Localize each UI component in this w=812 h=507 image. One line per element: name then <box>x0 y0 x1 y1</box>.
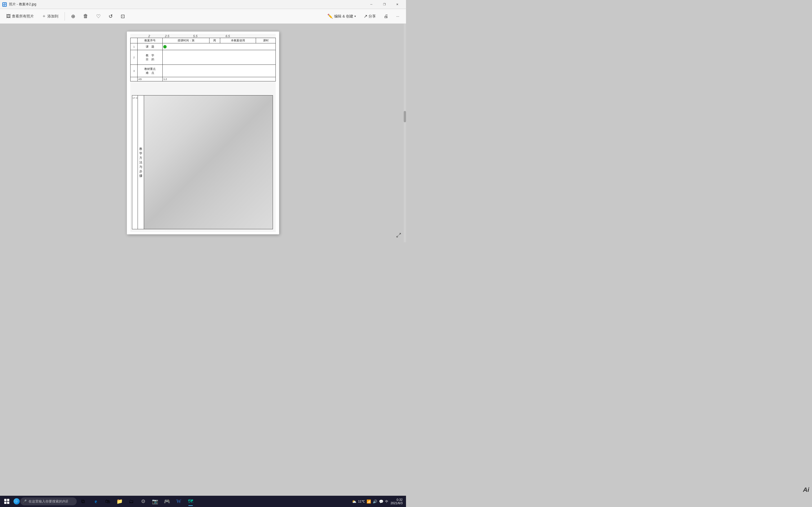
edit-create-label: 编辑 & 创建 <box>334 14 353 19</box>
cursor-dot <box>163 45 167 48</box>
expand-button[interactable] <box>396 232 402 239</box>
photos-icon: 🖼 <box>6 14 11 19</box>
zoom-button[interactable]: ⊕ <box>68 11 78 21</box>
row3-content <box>163 65 276 77</box>
method-vertical-label: 教 学 方 法 与 步 骤 <box>138 96 144 229</box>
row1-num: 1 <box>131 43 138 50</box>
title-bar: 照片 - 教案本2.jpg ─ ❐ ✕ <box>0 0 406 9</box>
add-icon: ＋ <box>42 13 46 19</box>
dropdown-icon: ▾ <box>354 15 356 18</box>
header-teach-time: 授课时间：第 <box>163 38 209 43</box>
row4-as: AS <box>138 77 163 81</box>
annot-2-5: 2.5 <box>165 34 169 38</box>
delete-icon: 🗑 <box>83 13 88 19</box>
row1-content <box>163 43 276 50</box>
share-button[interactable]: ↗ 分享 <box>360 12 379 20</box>
restore-button[interactable]: ❐ <box>378 0 391 9</box>
print-icon: 🖨 <box>384 14 388 19</box>
toolbar-right: ✏️ 编辑 & 创建 ▾ ↗ 分享 🖨 ··· <box>324 12 403 20</box>
char-3: 方 <box>139 156 142 160</box>
char-5: 与 <box>139 165 142 169</box>
annot-5-5: 5.5 <box>193 34 197 38</box>
table-section: 教案序号 授课时间：第 周 本教案使用 课时 1 课 题 <box>130 38 276 81</box>
header-case-num: 教案序号 <box>138 38 163 43</box>
row-indicators: AS 1.2 <box>131 77 276 81</box>
lesson-table: 教案序号 授课时间：第 周 本教案使用 课时 1 课 题 <box>130 38 276 81</box>
view-all-label: 查看所有照片 <box>12 14 34 19</box>
row3-num: 3 <box>131 65 138 77</box>
header-hours: 课时 <box>256 38 276 43</box>
edit-create-button[interactable]: ✏️ 编辑 & 创建 ▾ <box>324 12 359 20</box>
edit-icon: ✏️ <box>327 13 333 19</box>
svg-rect-0 <box>3 3 4 4</box>
share-icon: ↗ <box>364 13 367 19</box>
close-button[interactable]: ✕ <box>391 0 404 9</box>
method-row-num-label: 17.3 <box>133 97 138 100</box>
separator-1 <box>64 12 65 20</box>
zoom-icon: ⊕ <box>71 13 75 19</box>
main-content: 2 2.5 5.5 6.5 <box>0 24 406 242</box>
add-to-button[interactable]: ＋ 添加到 <box>39 11 61 21</box>
char-6: 步 <box>139 169 142 173</box>
print-button[interactable]: 🖨 <box>380 12 392 20</box>
rotate-icon: ↺ <box>109 13 113 19</box>
window-title: 照片 - 教案本2.jpg <box>9 2 36 7</box>
row2-label: 教 学目 的 <box>138 50 163 65</box>
row-objectives: 2 教 学目 的 <box>131 50 276 65</box>
row2-content <box>163 50 276 65</box>
toolbar: 🖼 查看所有照片 ＋ 添加到 ⊕ 🗑 ♡ ↺ ⊡ ✏️ 编辑 & 创建 ▾ ↗ … <box>0 9 406 24</box>
crop-button[interactable]: ⊡ <box>118 11 128 21</box>
row2-num: 2 <box>131 50 138 65</box>
char-7: 骤 <box>139 174 142 178</box>
svg-rect-2 <box>3 5 4 6</box>
rotate-button[interactable]: ↺ <box>106 11 116 21</box>
app-icon <box>2 2 7 7</box>
document-wrapper: 2 2.5 5.5 6.5 <box>127 32 279 234</box>
char-1: 教 <box>139 147 142 151</box>
method-section: 17.3 教 学 方 法 与 步 骤 <box>132 95 273 229</box>
window-controls: ─ ❐ ✕ <box>365 0 404 9</box>
delete-button[interactable]: 🗑 <box>80 11 91 21</box>
annot-6-5: 6.5 <box>225 34 230 38</box>
header-row: 教案序号 授课时间：第 周 本教案使用 课时 <box>131 38 276 43</box>
method-content <box>144 96 273 229</box>
svg-line-4 <box>399 233 401 235</box>
row3-label: 教材重点难 点 <box>138 65 163 77</box>
view-all-button[interactable]: 🖼 查看所有照片 <box>3 12 37 20</box>
more-icon: ··· <box>396 14 399 18</box>
header-week: 周 <box>209 38 220 43</box>
char-4: 法 <box>139 160 142 165</box>
annot-2: 2 <box>148 34 150 38</box>
title-bar-left: 照片 - 教案本2.jpg <box>2 2 36 7</box>
right-scrollbar[interactable] <box>404 24 406 242</box>
svg-rect-3 <box>5 5 6 6</box>
add-label: 添加到 <box>47 14 58 19</box>
favorite-button[interactable]: ♡ <box>93 11 103 21</box>
header-rn <box>131 38 138 43</box>
row-key-points: 3 教材重点难 点 <box>131 65 276 77</box>
document-inner: 2 2.5 5.5 6.5 <box>130 34 276 232</box>
share-label: 分享 <box>368 14 376 19</box>
svg-rect-1 <box>5 3 6 4</box>
scrollbar-handle[interactable] <box>404 111 406 122</box>
row4-num <box>131 77 138 81</box>
row-topic: 1 课 题 <box>131 43 276 50</box>
row1-label: 课 题 <box>138 43 163 50</box>
row4-12: 1.2 <box>163 77 276 81</box>
minimize-button[interactable]: ─ <box>365 0 378 9</box>
svg-line-5 <box>397 235 398 237</box>
header-usage: 本教案使用 <box>220 38 256 43</box>
char-2: 学 <box>139 151 142 156</box>
method-row-num: 17.3 <box>132 96 138 229</box>
heart-icon: ♡ <box>96 13 101 19</box>
crop-icon: ⊡ <box>121 13 125 19</box>
more-button[interactable]: ··· <box>393 12 403 20</box>
